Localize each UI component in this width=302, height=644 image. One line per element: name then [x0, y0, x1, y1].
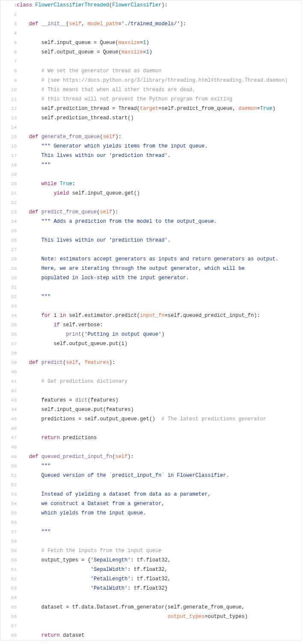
code-line: 50 """ — [0, 461, 302, 471]
line-number: 29 — [0, 264, 17, 273]
line-content: predictions = self.output_queue.get() # … — [17, 414, 302, 424]
line-number: 1 — [0, 0, 17, 10]
code-line: 13 self.prediction_thread.start() — [0, 113, 302, 123]
code-line: 31 — [0, 283, 302, 292]
code-line: 44 self.input_queue.put(features) — [0, 405, 302, 414]
line-number: 41 — [0, 377, 17, 386]
line-content: Note: estimators accept generators as in… — [17, 254, 302, 264]
code-line: 48 — [0, 443, 302, 452]
line-number: 10 — [0, 85, 17, 95]
line-content: # Get predictions dictionary — [17, 377, 302, 386]
line-content — [17, 29, 302, 38]
line-content: """ — [17, 527, 302, 537]
line-content: def predict_from_queue(self): — [17, 207, 302, 217]
line-number: 5 — [0, 38, 17, 47]
code-line: 60 output_types = {'SepalLength': tf.flo… — [0, 555, 302, 565]
line-number: 66 — [0, 612, 17, 621]
line-content: """ Adds a prediction from the model to … — [17, 217, 302, 226]
code-line: 43 features = dict(features) — [0, 396, 302, 405]
line-number: 68 — [0, 631, 17, 640]
code-line: 5 self.input_queue = Queue(maxsize=1) — [0, 38, 302, 47]
code-line: 20 while True: — [0, 179, 302, 189]
line-content: 'SepalWidth': tf.float32, — [17, 565, 302, 574]
code-line: 53 Instead of yielding a dataset from da… — [0, 490, 302, 499]
code-line: 61 'SepalWidth': tf.float32, — [0, 565, 302, 574]
line-content: features = dict(features) — [17, 396, 302, 405]
line-number: 67 — [0, 621, 17, 631]
line-number: 39 — [0, 358, 17, 367]
code-line: 25 — [0, 226, 302, 236]
code-line: 47 return predictions — [0, 433, 302, 443]
line-content: Here, we are iterating through the outpu… — [17, 264, 302, 273]
code-line: 16 """ Generator which yields items from… — [0, 142, 302, 151]
line-number: 46 — [0, 424, 17, 433]
code-line: 63 'PetalWidth': tf.float32} — [0, 584, 302, 593]
line-number: 43 — [0, 396, 17, 405]
line-content — [17, 226, 302, 236]
line-number: 21 — [0, 189, 17, 198]
line-number: 26 — [0, 236, 17, 245]
line-number: 55 — [0, 508, 17, 518]
line-content: This lives within our 'prediction thread… — [17, 236, 302, 245]
line-number: 40 — [0, 367, 17, 377]
line-number: 60 — [0, 555, 17, 565]
code-line: 3 def __init__(self, model_path='./train… — [0, 19, 302, 29]
line-content: """ — [17, 292, 302, 301]
line-content — [17, 386, 302, 396]
code-line: 41 # Get predictions dictionary — [0, 377, 302, 386]
line-number: 13 — [0, 113, 17, 123]
code-line: 24 """ Adds a prediction from the model … — [0, 217, 302, 226]
line-number: 35 — [0, 320, 17, 330]
line-number: 34 — [0, 311, 17, 320]
line-number: 12 — [0, 104, 17, 113]
line-content — [17, 621, 302, 631]
line-content: 'PetalLength': tf.float32, — [17, 574, 302, 584]
code-line: 26 This lives within our 'prediction thr… — [0, 236, 302, 245]
line-number: 53 — [0, 490, 17, 499]
line-content — [17, 367, 302, 377]
line-content: output_types=output_types) — [17, 612, 302, 621]
code-line: 17 This lives within our 'prediction thr… — [0, 151, 302, 160]
code-block: 1class FlowerClassifierThreaded(FlowerCl… — [0, 0, 302, 641]
line-content: self.output_queue.put(i) — [17, 339, 302, 349]
code-line: 45 predictions = self.output_queue.get()… — [0, 414, 302, 424]
line-number: 65 — [0, 603, 17, 612]
code-line: 35 if self.verbose: — [0, 320, 302, 330]
line-content — [17, 480, 302, 490]
code-line: 27 — [0, 245, 302, 254]
line-content: def generate_from_queue(self): — [17, 132, 302, 142]
line-content: self.prediction_thread = Thread(target=s… — [17, 104, 302, 113]
code-line: 8 # We set the generator thread as daemo… — [0, 66, 302, 76]
code-line: 62 'PetalLength': tf.float32, — [0, 574, 302, 584]
code-line: 28 Note: estimators accept generators as… — [0, 254, 302, 264]
code-line: 57 """ — [0, 527, 302, 537]
code-line: 36 print('Putting in output queue') — [0, 330, 302, 339]
line-number: 31 — [0, 283, 17, 292]
line-number: 37 — [0, 339, 17, 349]
line-content: def queued_predict_input_fn(self): — [17, 452, 302, 461]
line-number: 19 — [0, 170, 17, 179]
code-line: 15 def generate_from_queue(self): — [0, 132, 302, 142]
line-number: 49 — [0, 452, 17, 461]
line-content: class FlowerClassifierThreaded(FlowerCla… — [17, 0, 302, 10]
line-content — [17, 170, 302, 179]
line-number: 63 — [0, 584, 17, 593]
code-line: 37 self.output_queue.put(i) — [0, 339, 302, 349]
line-number: 47 — [0, 433, 17, 443]
line-content — [17, 443, 302, 452]
line-content: 'PetalWidth': tf.float32} — [17, 584, 302, 593]
line-number: 59 — [0, 546, 17, 555]
line-content: # (see https://docs.python.org/3/library… — [17, 76, 302, 85]
code-line: 10 # This means that when all other thre… — [0, 85, 302, 95]
line-number: 64 — [0, 593, 17, 603]
code-line: 14 — [0, 123, 302, 132]
line-number: 30 — [0, 273, 17, 283]
line-number: 25 — [0, 226, 17, 236]
line-number: 7 — [0, 57, 17, 66]
line-number: 57 — [0, 527, 17, 537]
line-content — [17, 301, 302, 311]
line-content — [17, 245, 302, 254]
line-number: 15 — [0, 132, 17, 142]
line-content — [17, 518, 302, 527]
code-line: 58 — [0, 537, 302, 546]
